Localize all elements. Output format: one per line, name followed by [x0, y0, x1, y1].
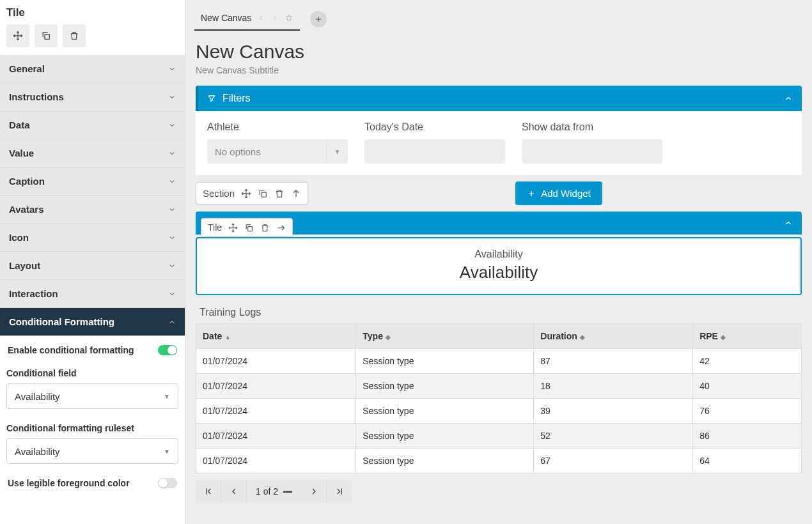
table-cell-date: 01/07/2024: [196, 449, 356, 474]
trash-icon[interactable]: [274, 189, 285, 199]
show-from-label: Show data from: [522, 121, 662, 133]
tile-value: Availability: [197, 263, 800, 282]
table-cell-date: 01/07/2024: [196, 349, 356, 374]
conditional-field-select[interactable]: Availability ▼: [6, 383, 178, 409]
table-cell-duration: 87: [534, 349, 693, 374]
todays-date-label: Today's Date: [364, 121, 505, 133]
table-cell-type: Session type: [356, 349, 534, 374]
move-icon[interactable]: [228, 223, 238, 233]
copy-icon[interactable]: [258, 189, 268, 199]
table-cell-type: Session type: [356, 449, 534, 474]
tab-forward-icon[interactable]: [270, 13, 279, 22]
caret-down-icon: ▼: [326, 139, 348, 164]
table-cell-duration: 67: [534, 449, 693, 474]
chevron-down-icon: [168, 121, 176, 129]
table-row[interactable]: 01/07/2024Session type3976: [196, 399, 802, 424]
sidebar-title: Tile: [6, 6, 178, 19]
tab-delete-icon[interactable]: [285, 13, 293, 22]
trash-icon[interactable]: [260, 223, 270, 233]
accordion-data[interactable]: Data: [0, 111, 185, 139]
chevron-up-icon: [168, 318, 176, 326]
sort-icon: ◆: [580, 334, 585, 341]
sidebar: Tile General Instructions Data Value Cap…: [0, 0, 185, 524]
filters-header[interactable]: Filters: [196, 86, 802, 111]
next-page-button[interactable]: [301, 480, 327, 503]
todays-date-input[interactable]: [364, 139, 505, 164]
conditional-ruleset-select[interactable]: Availability ▼: [6, 438, 178, 464]
section-toolbar-label: Section: [203, 188, 235, 199]
table-row[interactable]: 01/07/2024Session type1840: [196, 374, 802, 399]
copy-button[interactable]: [35, 24, 58, 47]
chevron-down-icon: [168, 206, 176, 213]
conditional-field-label: Conditional field: [6, 368, 178, 378]
new-tab-button[interactable]: [310, 11, 327, 27]
accordion-layout[interactable]: Layout: [0, 252, 185, 280]
plus-icon: [527, 189, 536, 198]
enable-cond-formatting-toggle[interactable]: [158, 345, 177, 355]
table-title: Training Logs: [199, 307, 802, 318]
table-cell-rpe: 42: [693, 349, 802, 374]
chevron-down-icon: [168, 65, 176, 73]
tile-widget[interactable]: Availability Availability: [196, 237, 802, 295]
tile-caption: Availability: [197, 249, 800, 260]
filter-icon: [207, 94, 216, 103]
table-cell-date: 01/07/2024: [196, 374, 356, 399]
table-row[interactable]: 01/07/2024Session type8742: [196, 349, 802, 374]
accordion-avatars[interactable]: Avatars: [0, 196, 185, 224]
canvas-subtitle: New Canvas Subtitle: [196, 65, 802, 75]
conditional-formatting-panel: Enable conditional formatting Conditiona…: [0, 336, 185, 497]
caret-down-icon: ▼: [164, 448, 170, 455]
table-cell-type: Session type: [356, 374, 534, 399]
delete-button[interactable]: [63, 24, 86, 47]
conditional-ruleset-label: Conditional formatting ruleset: [6, 423, 178, 433]
accordion-conditional-formatting[interactable]: Conditional Formatting: [0, 308, 185, 336]
move-icon[interactable]: [241, 189, 251, 199]
training-logs-table: Date▲ Type◆ Duration◆ RPE◆ 01/07/2024Ses…: [196, 323, 802, 474]
legible-fg-toggle[interactable]: [158, 478, 177, 488]
accordion-caption[interactable]: Caption: [0, 167, 185, 196]
accordion-general[interactable]: General: [0, 55, 185, 83]
th-rpe[interactable]: RPE◆: [693, 324, 802, 349]
th-date[interactable]: Date▲: [196, 324, 356, 349]
pager: 1 of 2: [196, 480, 352, 503]
copy-icon[interactable]: [244, 223, 254, 233]
arrow-up-icon[interactable]: [291, 189, 301, 199]
accordion-value[interactable]: Value: [0, 139, 185, 167]
chevron-down-icon: [168, 234, 176, 242]
caret-down-icon: ▼: [164, 393, 170, 400]
athlete-select[interactable]: No options ▼: [207, 139, 348, 164]
chevron-down-icon: [168, 178, 176, 185]
tile-toolbar-label: Tile: [208, 222, 222, 233]
last-page-button[interactable]: [327, 480, 352, 503]
table-row[interactable]: 01/07/2024Session type6764: [196, 449, 802, 474]
main: New Canvas New Canvas New Canvas Subtitl…: [185, 0, 812, 524]
th-duration[interactable]: Duration◆: [534, 324, 693, 349]
table-cell-duration: 39: [534, 399, 693, 424]
table-cell-rpe: 76: [693, 399, 802, 424]
show-from-input[interactable]: [522, 139, 662, 164]
accordion-interaction[interactable]: Interaction: [0, 280, 185, 308]
prev-page-button[interactable]: [221, 480, 247, 503]
chevron-up-icon: [784, 94, 793, 103]
section-toolbar: Section: [196, 182, 308, 204]
tab-back-icon[interactable]: [256, 13, 265, 22]
filters-panel: Athlete No options ▼ Today's Date Show d…: [196, 111, 802, 175]
move-button[interactable]: [6, 24, 29, 47]
table-row[interactable]: 01/07/2024Session type5286: [196, 424, 802, 449]
accordion-instructions[interactable]: Instructions: [0, 83, 185, 111]
svg-rect-2: [248, 226, 253, 231]
th-type[interactable]: Type◆: [356, 324, 534, 349]
add-widget-button[interactable]: Add Widget: [515, 181, 602, 205]
arrow-right-icon[interactable]: [276, 223, 286, 233]
sort-icon: ◆: [721, 334, 726, 341]
accordion-icon[interactable]: Icon: [0, 224, 185, 252]
tab-new-canvas[interactable]: New Canvas: [194, 8, 300, 31]
table-cell-rpe: 64: [693, 449, 802, 474]
enable-cond-formatting-label: Enable conditional formatting: [8, 345, 134, 355]
chevron-down-icon: [168, 150, 176, 157]
first-page-button[interactable]: [196, 480, 221, 503]
trash-icon: [69, 31, 79, 41]
page-indicator: 1 of 2: [247, 486, 301, 497]
tile-toolbar: Tile: [201, 218, 293, 237]
page-dash-icon: [283, 491, 292, 493]
